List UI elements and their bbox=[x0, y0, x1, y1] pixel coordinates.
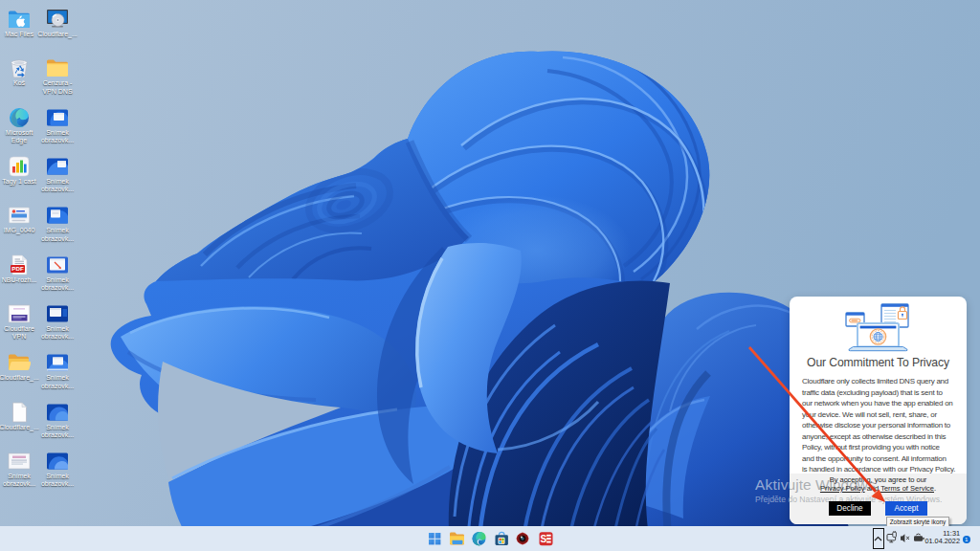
svg-text:PDF: PDF bbox=[11, 265, 24, 272]
svg-text:S: S bbox=[541, 534, 547, 544]
